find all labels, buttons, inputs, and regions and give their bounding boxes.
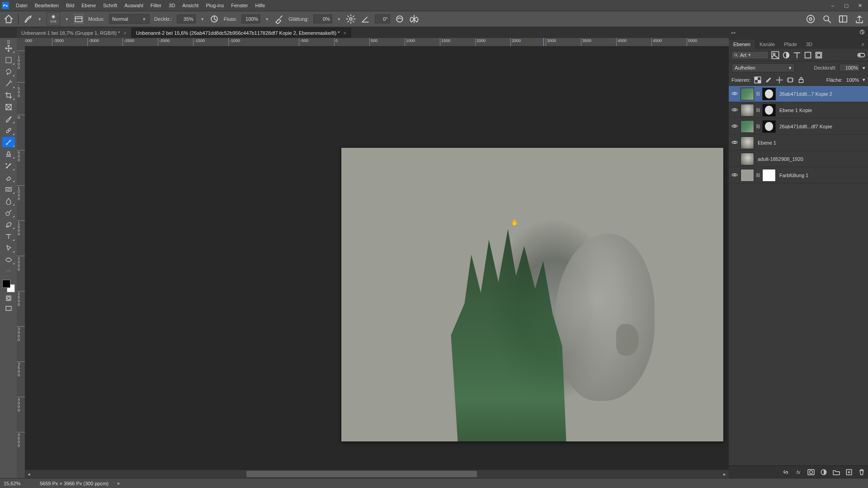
filter-smart-button[interactable]	[815, 51, 823, 59]
lasso-tool[interactable]	[2, 66, 15, 77]
layer-visibility-toggle[interactable]	[731, 107, 739, 114]
layer-row[interactable]: ⛓Ebene 1 Kopie	[729, 102, 868, 118]
document-tab[interactable]: Unbenannt-2 bei 15,6% (26ab471dd8dc52b95…	[132, 28, 351, 38]
filter-type-button[interactable]	[793, 51, 801, 59]
lock-pixels-button[interactable]	[765, 76, 772, 84]
panel-tab-pfade[interactable]: Pfade	[779, 40, 802, 49]
layer-thumbnail[interactable]	[741, 104, 754, 117]
menu-datei[interactable]: Datei	[13, 1, 31, 9]
brush-panel-toggle[interactable]	[74, 14, 84, 24]
layer-name[interactable]: Farbfüllung 1	[778, 173, 866, 178]
layer-thumbnail[interactable]	[741, 153, 754, 165]
tool-preset-dropdown[interactable]: ▾	[38, 16, 42, 22]
color-swatches[interactable]	[2, 280, 15, 292]
canvas-viewport[interactable]: ✋	[25, 46, 729, 470]
menu-auswahl[interactable]: Auswahl	[121, 1, 146, 9]
angle-icon-button[interactable]	[360, 14, 370, 24]
opacity-pressure-toggle[interactable]	[209, 14, 219, 24]
close-tab-icon[interactable]: ×	[343, 30, 346, 36]
blend-mode-select[interactable]: Normal▾	[109, 14, 150, 24]
cloud-docs-button[interactable]	[806, 14, 816, 24]
zoom-readout[interactable]: 15,62%	[4, 481, 31, 486]
flow-dropdown[interactable]: ▾	[265, 16, 269, 22]
opacity-dropdown[interactable]: ▾	[200, 16, 205, 22]
lock-artboard-button[interactable]	[787, 76, 794, 84]
layer-fill-input[interactable]: 100%	[846, 77, 859, 83]
horizontal-scrollbar[interactable]: ◂ ▸	[25, 470, 729, 478]
frame-tool[interactable]	[2, 102, 15, 112]
airbrush-toggle[interactable]	[274, 14, 284, 24]
history-brush-tool[interactable]	[2, 160, 15, 171]
layer-name[interactable]: 26ab471dd8...df7 Kopie	[778, 124, 866, 129]
symmetry-button[interactable]	[409, 14, 419, 24]
panel-menu-button[interactable]: ≡	[858, 40, 868, 49]
panel-tab-ebenen[interactable]: Ebenen	[729, 40, 755, 49]
scrollbar-thumb[interactable]	[246, 471, 477, 477]
pen-tool[interactable]	[2, 219, 15, 230]
adjustment-layer-button[interactable]	[820, 469, 827, 476]
menu-fenster[interactable]: Fenster	[228, 1, 251, 9]
layer-opacity-input[interactable]: 100%	[839, 64, 860, 72]
layer-opacity-dropdown[interactable]: ▾	[863, 65, 865, 71]
quick-mask-toggle[interactable]	[2, 294, 15, 303]
layer-name[interactable]: adult-1852908_1920	[756, 156, 866, 162]
window-maximize-button[interactable]: ▢	[840, 1, 853, 10]
workspace-switcher[interactable]	[838, 14, 848, 24]
lock-position-button[interactable]	[776, 76, 783, 84]
menu-ebene[interactable]: Ebene	[78, 1, 99, 9]
close-tab-icon[interactable]: ×	[123, 30, 126, 36]
lock-all-button[interactable]	[797, 76, 805, 84]
document-tab[interactable]: Unbenannt-1 bei 18,7% (Gruppe 1, RGB/8) …	[17, 28, 132, 38]
layer-thumbnail[interactable]	[741, 136, 754, 149]
dock-collar[interactable]: ▸▸	[729, 27, 868, 38]
opacity-input[interactable]: 35%	[177, 14, 196, 23]
layer-thumbnail[interactable]	[762, 169, 776, 182]
doc-info-readout[interactable]: 5659 Px × 3966 Px (300 ppcm)	[40, 481, 108, 486]
window-close-button[interactable]: ✕	[854, 1, 866, 10]
flow-input[interactable]: 100%	[241, 14, 260, 23]
document-canvas[interactable]	[341, 148, 723, 441]
new-group-button[interactable]	[833, 469, 840, 476]
dodge-tool[interactable]	[2, 207, 15, 218]
layer-link-icon[interactable]: ⛓	[756, 91, 760, 96]
layer-name[interactable]: 26ab471dd8...7 Kopie 2	[778, 91, 866, 97]
healing-tool[interactable]	[2, 125, 15, 136]
layer-thumbnail[interactable]	[741, 169, 754, 182]
stamp-tool[interactable]	[2, 149, 15, 159]
layer-link-icon[interactable]: ⛓	[756, 173, 760, 178]
type-tool[interactable]	[2, 231, 15, 241]
layer-link-icon[interactable]: ⛓	[756, 108, 760, 113]
tool-panel-grip[interactable]: ⠿	[7, 40, 10, 42]
layer-row[interactable]: ⛓26ab471dd8...df7 Kopie	[729, 118, 868, 135]
menu-schrift[interactable]: Schrift	[100, 1, 120, 9]
brush-tool[interactable]	[2, 137, 15, 147]
layer-mask-thumbnail[interactable]	[762, 88, 776, 100]
layer-row[interactable]: ⛓26ab471dd8...7 Kopie 2	[729, 86, 868, 102]
gradient-tool[interactable]	[2, 184, 15, 194]
layer-mask-thumbnail[interactable]	[762, 104, 776, 117]
blur-tool[interactable]	[2, 196, 15, 206]
menu-bearbeiten[interactable]: Bearbeiten	[32, 1, 62, 9]
crop-tool[interactable]	[2, 90, 15, 100]
scroll-right-button[interactable]: ▸	[721, 470, 729, 478]
lock-transparency-button[interactable]	[754, 76, 761, 84]
horizontal-ruler[interactable]: -4000-3500-3000-2500-2000-1500-1000-5000…	[25, 38, 729, 46]
layer-visibility-toggle[interactable]	[731, 123, 739, 130]
ruler-origin[interactable]	[17, 38, 25, 46]
panel-tab-kanäle[interactable]: Kanäle	[755, 40, 779, 49]
layer-filter-kind[interactable]: Art ▾	[731, 51, 769, 59]
share-button[interactable]	[854, 14, 864, 24]
layer-visibility-toggle[interactable]	[731, 172, 739, 179]
layer-link-icon[interactable]: ⛓	[756, 124, 760, 129]
layer-row[interactable]: ⛓Farbfüllung 1	[729, 167, 868, 183]
menu-hilfe[interactable]: Hilfe	[252, 1, 268, 9]
layer-visibility-toggle[interactable]	[731, 90, 739, 98]
size-pressure-toggle[interactable]	[395, 14, 405, 24]
scroll-left-button[interactable]: ◂	[25, 470, 33, 478]
shape-tool[interactable]	[2, 254, 15, 265]
search-button[interactable]	[822, 14, 832, 24]
layer-visibility-toggle[interactable]	[731, 139, 739, 146]
delete-layer-button[interactable]	[858, 469, 865, 476]
collapse-dock-icon[interactable]: ▸▸	[731, 30, 736, 35]
layer-row[interactable]: Ebene 1	[729, 135, 868, 151]
